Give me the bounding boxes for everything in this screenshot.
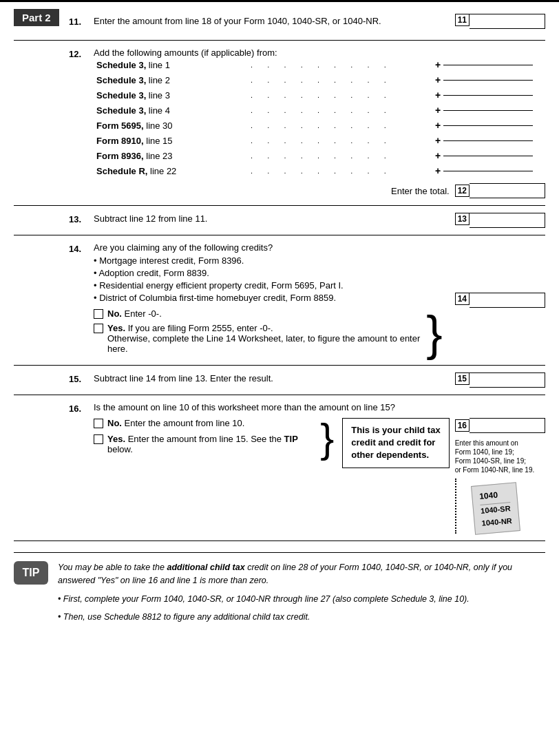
schedule-row-2: Schedule 3, line 2 . . . . . . . . . + xyxy=(96,74,545,85)
schedule-label-2: Schedule 3, line 2 xyxy=(96,75,248,85)
tip-box: TIP xyxy=(14,561,48,585)
tip-para2: • First, complete your Form 1040, 1040-S… xyxy=(58,593,545,606)
line16-enter-note: Enter this amount on Form 1040, line 19;… xyxy=(455,439,535,474)
line16-box-area: 16 Enter this amount on Form 1040, line … xyxy=(455,418,545,534)
schedule-label-8: Schedule R, line 22 xyxy=(96,166,248,176)
line16-no-label: No. xyxy=(107,418,122,428)
line14-yes-checkbox[interactable] xyxy=(94,324,103,333)
note-line4: or Form 1040-NR, line 19. xyxy=(455,465,535,474)
line16-no-option: No. Enter the amount from line 10. xyxy=(94,418,317,428)
form-icon: 1040 1040-SR 1040-NR xyxy=(471,483,520,536)
line16-yes-checkbox[interactable] xyxy=(94,434,103,444)
bullet-4: District of Columbia first-time homebuye… xyxy=(94,293,448,303)
line16-box-label: 16 xyxy=(455,419,470,432)
line14-yes-text: If you are filing Form 2555, enter -0-. xyxy=(125,323,273,333)
line14-yes-option: Yes. If you are filing Form 2555, enter … xyxy=(94,323,421,354)
line15-number: 15. xyxy=(69,372,94,384)
line16-no-checkbox[interactable] xyxy=(94,419,103,428)
line14-question: Are you claiming any of the following cr… xyxy=(94,242,448,253)
line14-bullets: Mortgage interest credit, Form 8396. Ado… xyxy=(94,255,448,303)
line11-box-area: 11 xyxy=(455,14,545,29)
bullet-2: Adoption credit, Form 8839. xyxy=(94,268,448,278)
line11-input[interactable] xyxy=(470,14,545,29)
line12-total-label: Enter the total. xyxy=(391,186,450,196)
line12-input[interactable] xyxy=(470,183,545,198)
line14-box-label: 14 xyxy=(455,293,470,305)
form-icon-line3: 1040-NR xyxy=(481,515,512,529)
tip-para1: You may be able to take the additional c… xyxy=(58,561,545,587)
form-icon-area: 1040 1040-SR 1040-NR xyxy=(455,479,518,534)
line14-options: No. Enter -0-. Yes. If you are filing Fo… xyxy=(94,308,448,358)
line14-no-option: No. Enter -0-. xyxy=(94,308,421,319)
line14-no-text: Enter -0-. xyxy=(122,308,162,319)
schedule-label-4: Schedule 3, line 4 xyxy=(96,105,248,116)
note-line1: Enter this amount on xyxy=(455,439,535,448)
tip-content: You may be able to take the additional c… xyxy=(58,561,545,629)
tip-label: TIP xyxy=(23,567,40,578)
line16-no-text: Enter the amount from line 10. xyxy=(122,418,244,428)
tip-para1-bold: additional child tax xyxy=(167,563,244,572)
callout-line3: other dependents. xyxy=(351,449,440,461)
line14-no-label: No. xyxy=(107,308,122,319)
line14-no-checkbox[interactable] xyxy=(94,309,103,319)
line11-box-label: 11 xyxy=(455,14,470,26)
note-line3: Form 1040-SR, line 19; xyxy=(455,456,535,465)
callout-line2: credit and credit for xyxy=(351,437,440,449)
line16-yes-label: Yes. xyxy=(107,434,125,444)
page: Part 2 11. Enter the amount from line 18… xyxy=(0,0,559,756)
schedule-row-8: Schedule R, line 22 . . . . . . . . . + xyxy=(96,165,545,176)
schedule-label-6: Form 8910, line 15 xyxy=(96,136,248,146)
schedule-label-1: Schedule 3, line 1 xyxy=(96,60,248,70)
note-line2: Form 1040, line 19; xyxy=(455,448,535,456)
line13-box-label: 13 xyxy=(455,213,470,225)
line15-box-label: 15 xyxy=(455,372,470,385)
line13-text: Subtract line 12 from line 11. xyxy=(94,213,448,224)
line11-number: 11. xyxy=(69,15,94,27)
sep-after-13 xyxy=(14,235,545,235)
child-tax-callout: This is your child tax credit and credit… xyxy=(342,418,449,468)
line12-number: 12. xyxy=(69,48,94,59)
line16-tip-ref: TIP xyxy=(284,434,298,444)
line15-input[interactable] xyxy=(470,372,545,388)
line12-text: Add the following amounts (if applicable… xyxy=(94,48,277,58)
line13-box-area: 13 xyxy=(455,213,545,228)
schedule-row-7: Form 8936, line 23 . . . . . . . . . + xyxy=(96,150,545,161)
schedule-row-1: Schedule 3, line 1 . . . . . . . . . + xyxy=(96,59,545,70)
tip-section: TIP You may be able to take the addition… xyxy=(14,552,545,629)
sep-after-11 xyxy=(14,40,545,41)
line13-input[interactable] xyxy=(470,213,545,228)
tip-para1-before: You may be able to take the xyxy=(58,563,167,572)
bullet-3: Residential energy efficient property cr… xyxy=(94,280,448,291)
line16-yes-option: Yes. Enter the amount from line 15. See … xyxy=(94,434,317,454)
brace-icon: } xyxy=(421,308,447,358)
line16-input[interactable] xyxy=(470,418,545,433)
line14-yes-text2: Otherwise, complete the Line 14 Workshee… xyxy=(107,333,420,354)
sep-after-12 xyxy=(14,205,545,206)
line16-options-area: No. Enter the amount from line 10. Yes. … xyxy=(94,418,545,534)
schedule-row-6: Form 8910, line 15 . . . . . . . . . + xyxy=(96,135,545,146)
dotted-line xyxy=(455,479,456,534)
sep-after-15 xyxy=(14,395,545,395)
schedule-label-3: Schedule 3, line 3 xyxy=(96,90,248,101)
schedule-items: Schedule 3, line 1 . . . . . . . . . + S… xyxy=(96,59,545,198)
line15-text: Subtract line 14 from line 13. Enter the… xyxy=(94,373,448,384)
part-header: Part 2 xyxy=(14,9,59,26)
line16-number: 16. xyxy=(69,402,94,414)
sep-before-tip xyxy=(14,540,545,541)
line16-yes-text2: below. xyxy=(107,444,133,454)
sep-after-14 xyxy=(14,365,545,366)
line16-question: Is the amount on line 10 of this workshe… xyxy=(94,402,545,412)
schedule-label-7: Form 8936, line 23 xyxy=(96,151,248,161)
line14-yes-label: Yes. xyxy=(107,323,125,333)
line14-input[interactable] xyxy=(470,293,545,308)
tip-para2-text: • First, complete your Form 1040, 1040-S… xyxy=(58,594,470,604)
line16-bracket: } xyxy=(317,418,337,459)
tip-para3-text: • Then, use Schedule 8812 to figure any … xyxy=(58,612,310,622)
tip-para3: • Then, use Schedule 8812 to figure any … xyxy=(58,611,545,624)
schedule-label-5: Form 5695, line 30 xyxy=(96,120,248,131)
line13-number: 13. xyxy=(69,213,94,224)
line11-text: Enter the amount from line 18 of your Fo… xyxy=(94,16,448,26)
callout-line1: This is your child tax xyxy=(351,424,440,437)
schedule-row-5: Form 5695, line 30 . . . . . . . . . + xyxy=(96,120,545,131)
schedule-row-4: Schedule 3, line 4 . . . . . . . . . + xyxy=(96,105,545,116)
